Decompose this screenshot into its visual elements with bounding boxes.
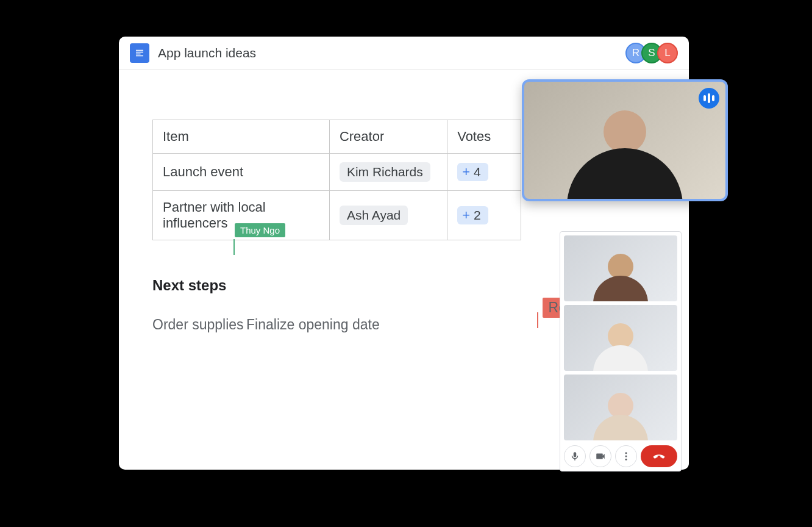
meet-tile-1[interactable]	[564, 235, 677, 301]
collab-caret-ronald	[537, 312, 538, 328]
mic-button[interactable]	[564, 445, 586, 467]
cell-creator[interactable]: Kim Richards	[329, 154, 447, 191]
presence-avatars: R S L	[630, 43, 678, 63]
meet-panel[interactable]	[560, 231, 682, 471]
plus-icon: +	[462, 164, 470, 180]
presence-avatar-s-initial: S	[648, 47, 655, 59]
camera-button[interactable]	[589, 445, 611, 467]
table-row[interactable]: Partner with local influencers Ash Ayad …	[153, 191, 521, 240]
creator-chip[interactable]: Kim Richards	[340, 162, 430, 182]
next-steps-list[interactable]: Order supplies Finalize opening date Ron…	[152, 294, 521, 335]
col-votes: Votes	[447, 120, 521, 154]
more-vert-icon	[621, 451, 632, 462]
presence-avatar-r-initial: R	[632, 47, 639, 59]
mic-icon	[569, 451, 580, 462]
document-page[interactable]: Item Creator Votes Launch event Kim Rich…	[152, 83, 521, 470]
docs-app-icon[interactable]	[130, 43, 149, 63]
camera-icon	[595, 451, 606, 462]
vote-chip[interactable]: +2	[457, 206, 488, 224]
table-header-row: Item Creator Votes	[153, 120, 521, 154]
step-item[interactable]: Finalize opening date	[246, 317, 380, 332]
col-item: Item	[153, 120, 330, 154]
vote-count: 2	[474, 208, 481, 223]
cell-creator[interactable]: Ash Ayad	[329, 191, 447, 240]
document-title[interactable]: App launch ideas	[158, 46, 256, 60]
presence-avatar-l[interactable]: L	[657, 43, 678, 63]
presence-avatar-l-initial: L	[664, 47, 670, 59]
speaking-indicator-icon	[699, 88, 719, 109]
header-bar: App launch ideas R S L	[119, 37, 689, 70]
creator-chip[interactable]: Ash Ayad	[340, 206, 408, 225]
meet-tile-2[interactable]	[564, 305, 677, 371]
plus-icon: +	[462, 207, 470, 223]
col-creator: Creator	[329, 120, 447, 154]
ideas-table[interactable]: Item Creator Votes Launch event Kim Rich…	[152, 120, 521, 240]
step-item[interactable]: Order supplies	[152, 317, 244, 333]
table-row[interactable]: Launch event Kim Richards +4	[153, 154, 521, 191]
vote-chip[interactable]: +4	[457, 163, 488, 181]
meet-tile-3[interactable]	[564, 375, 677, 440]
cell-item[interactable]: Launch event	[153, 154, 330, 191]
more-button[interactable]	[615, 445, 637, 467]
collab-caret-thuy	[233, 239, 235, 255]
cell-votes[interactable]: +4	[447, 154, 521, 191]
vote-count: 4	[474, 165, 481, 179]
svg-point-1	[625, 456, 627, 457]
svg-point-2	[625, 459, 627, 461]
hangup-button[interactable]	[641, 445, 677, 467]
active-speaker-tile[interactable]	[522, 79, 728, 201]
next-steps-heading[interactable]: Next steps	[152, 277, 226, 294]
svg-point-0	[625, 452, 627, 454]
cell-votes[interactable]: +2	[447, 191, 521, 240]
collab-flag-thuy: Thuy Ngo	[235, 223, 285, 237]
phone-hangup-icon	[652, 450, 666, 463]
meet-controls	[564, 445, 677, 467]
docs-window: App launch ideas R S L Item Creator Vote…	[119, 37, 689, 470]
